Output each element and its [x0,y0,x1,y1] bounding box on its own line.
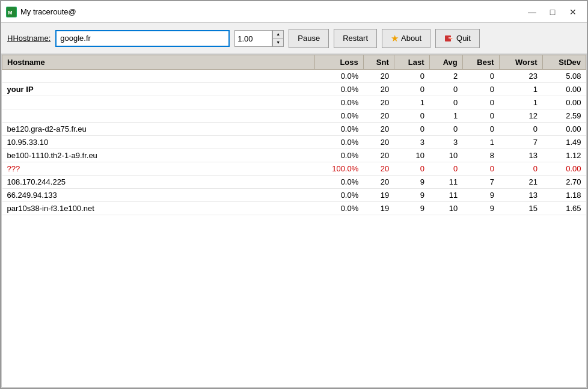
cell-loss: 0.0% [315,83,364,96]
cell-stdev: 1.12 [542,149,586,162]
table-row: 0.0% 20 0 1 0 12 2.59 [2,109,586,123]
star-icon: ★ [391,33,399,44]
cell-best: 0 [462,83,499,96]
cell-hostname: be100-1110.th2-1-a9.fr.eu [2,149,315,162]
cell-stdev: 0.00 [542,123,586,136]
cell-loss: 0.0% [315,149,364,162]
col-snt: Snt [363,55,394,70]
table-body: 0.0% 20 0 2 0 23 5.08 your IP 0.0% 20 0 … [2,70,586,215]
cell-last: 0 [394,70,429,83]
table-row: 66.249.94.133 0.0% 19 9 11 9 13 1.18 [2,189,586,202]
cell-snt: 20 [363,96,394,109]
cell-snt: 20 [363,109,394,123]
cell-loss: 0.0% [315,189,364,202]
cell-best: 8 [462,149,499,162]
cell-stdev: 0.00 [542,162,586,176]
cell-avg: 0 [429,96,462,109]
hostname-label: HHostname: [7,34,51,43]
spinner-arrows: ▲ ▼ [272,31,283,46]
cell-stdev: 2.70 [542,176,586,189]
table-row: 10.95.33.10 0.0% 20 3 3 1 7 1.49 [2,136,586,149]
cell-hostname [2,70,315,83]
cell-last: 3 [394,136,429,149]
interval-up-button[interactable]: ▲ [272,31,283,39]
title-bar: M My traceroute@ — □ ✕ [1,1,587,23]
about-button[interactable]: ★ About [382,29,430,48]
col-last: Last [394,55,429,70]
cell-last: 0 [394,109,429,123]
cell-avg: 0 [429,83,462,96]
cell-snt: 20 [363,123,394,136]
cell-loss: 0.0% [315,123,364,136]
title-bar-left: M My traceroute@ [6,7,76,17]
cell-best: 0 [462,123,499,136]
cell-hostname: be120.gra-d2-a75.fr.eu [2,123,315,136]
cell-hostname: ??? [2,162,315,176]
cell-best: 9 [462,202,499,215]
table-row: par10s38-in-f3.1e100.net 0.0% 19 9 10 9 … [2,202,586,215]
cell-avg: 11 [429,189,462,202]
cell-last: 0 [394,123,429,136]
cell-best: 0 [462,162,499,176]
table-row: be100-1110.th2-1-a9.fr.eu 0.0% 20 10 10 … [2,149,586,162]
cell-best: 0 [462,109,499,123]
cell-snt: 19 [363,189,394,202]
maximize-button[interactable]: □ [544,5,562,19]
cell-loss: 0.0% [315,109,364,123]
col-hostname: Hostname [2,55,315,70]
cell-snt: 20 [363,70,394,83]
cell-worst: 21 [499,176,542,189]
close-button[interactable]: ✕ [564,5,582,19]
cell-worst: 23 [499,70,542,83]
cell-avg: 10 [429,202,462,215]
col-worst: Worst [499,55,542,70]
cell-worst: 13 [499,189,542,202]
cell-best: 7 [462,176,499,189]
title-controls: — □ ✕ [523,5,582,19]
cell-last: 1 [394,96,429,109]
cell-stdev: 0.00 [542,96,586,109]
cell-avg: 0 [429,162,462,176]
cell-last: 9 [394,202,429,215]
cell-snt: 20 [363,136,394,149]
table-header-row: Hostname Loss Snt Last Avg Best Worst St… [2,55,586,70]
svg-text:M: M [8,10,13,16]
quit-button[interactable]: Quit [435,29,480,48]
cell-avg: 0 [429,123,462,136]
cell-worst: 0 [499,162,542,176]
hostname-input[interactable] [55,30,230,47]
interval-down-button[interactable]: ▼ [272,38,283,46]
window-title: My traceroute@ [20,7,76,16]
cell-hostname [2,109,315,123]
traceroute-table: Hostname Loss Snt Last Avg Best Worst St… [2,55,586,215]
cell-hostname: your IP [2,83,315,96]
main-window: M My traceroute@ — □ ✕ HHostname: ▲ ▼ Pa… [0,0,588,389]
app-icon: M [6,7,17,17]
cell-avg: 10 [429,149,462,162]
interval-input[interactable] [235,31,272,47]
cell-stdev: 1.18 [542,189,586,202]
quit-icon [444,33,454,43]
restart-button[interactable]: Restart [334,29,377,48]
cell-loss: 0.0% [315,70,364,83]
cell-hostname: 66.249.94.133 [2,189,315,202]
cell-last: 9 [394,189,429,202]
cell-hostname [2,96,315,109]
cell-snt: 20 [363,176,394,189]
cell-hostname: par10s38-in-f3.1e100.net [2,202,315,215]
cell-worst: 0 [499,123,542,136]
cell-best: 1 [462,136,499,149]
cell-last: 0 [394,162,429,176]
cell-snt: 20 [363,83,394,96]
cell-stdev: 0.00 [542,83,586,96]
minimize-button[interactable]: — [523,5,541,19]
col-stdev: StDev [542,55,586,70]
cell-stdev: 1.49 [542,136,586,149]
cell-loss: 0.0% [315,96,364,109]
col-loss: Loss [315,55,364,70]
cell-snt: 19 [363,202,394,215]
pause-button[interactable]: Pause [289,29,329,48]
table-row: your IP 0.0% 20 0 0 0 1 0.00 [2,83,586,96]
cell-best: 9 [462,189,499,202]
cell-avg: 11 [429,176,462,189]
